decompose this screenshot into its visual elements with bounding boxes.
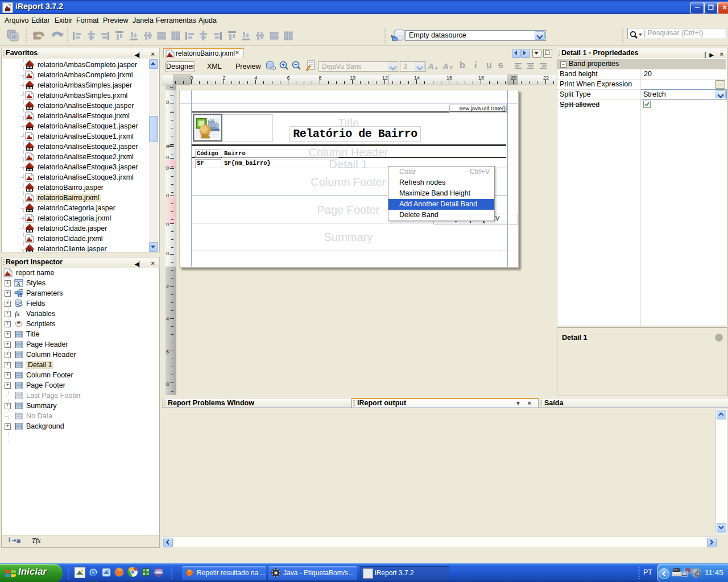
svg-text:fx: fx bbox=[15, 310, 20, 318]
svg-text:321: 321 bbox=[19, 295, 23, 298]
svg-text:a: a bbox=[696, 570, 700, 576]
svg-text:A: A bbox=[16, 281, 20, 287]
